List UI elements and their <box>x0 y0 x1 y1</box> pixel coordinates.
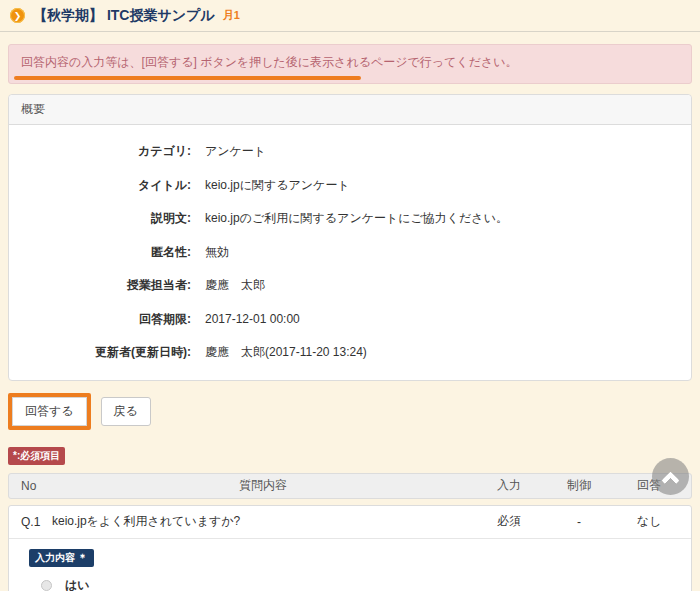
question-row: Q.1 keio.jpをよく利用されていますか? 必須 - なし <box>9 506 691 539</box>
field-label: 回答期限: <box>21 311 191 328</box>
column-header-no: No <box>9 479 52 493</box>
field-anonymity: 匿名性: 無効 <box>21 236 679 270</box>
field-value: keio.jpのご利用に関するアンケートにご協力ください。 <box>205 210 508 227</box>
field-title: タイトル: keio.jpに関するアンケート <box>21 169 679 203</box>
column-header-content: 質問内容 <box>52 477 474 494</box>
chevron-right-icon: ❯ <box>10 8 25 23</box>
field-label: 匿名性: <box>21 244 191 261</box>
field-value: 2017-12-01 00:00 <box>205 312 300 326</box>
overview-panel: 概要 カテゴリ: アンケート タイトル: keio.jpに関するアンケート 説明… <box>8 94 692 381</box>
field-label: 更新者(更新日時): <box>21 344 191 361</box>
overview-panel-body: カテゴリ: アンケート タイトル: keio.jpに関するアンケート 説明文: … <box>9 125 691 380</box>
radio-option-yes[interactable]: はい <box>29 573 679 591</box>
required-note-badge: *:必須項目 <box>8 447 65 465</box>
question-panel: Q.1 keio.jpをよく利用されていますか? 必須 - なし 入力内容 ＊ … <box>8 505 692 591</box>
page-header: ❯ 【秋学期】 ITC授業サンプル 月1 <box>0 0 700 32</box>
field-value: 慶應 太郎(2017-11-20 13:24) <box>205 344 367 361</box>
overview-panel-title: 概要 <box>9 95 691 125</box>
field-updated-by: 更新者(更新日時): 慶應 太郎(2017-11-20 13:24) <box>21 336 679 370</box>
chevron-up-icon <box>661 471 679 489</box>
field-description: 説明文: keio.jpのご利用に関するアンケートにご協力ください。 <box>21 202 679 236</box>
field-value: 慶應 太郎 <box>205 277 265 294</box>
notice-banner: 回答内容の入力等は、[回答する] ボタンを押した後に表示されるページで行ってくだ… <box>8 44 692 84</box>
field-value: 無効 <box>205 244 229 261</box>
page-title: 【秋学期】 ITC授業サンプル <box>33 7 215 25</box>
notice-message: 回答内容の入力等は、[回答する] ボタンを押した後に表示されるページで行ってくだ… <box>21 55 517 69</box>
question-table-header: No 質問内容 入力 制御 回答 <box>8 473 692 499</box>
question-control-flag: - <box>544 515 614 529</box>
radio-button-icon[interactable] <box>41 580 52 591</box>
input-section: 入力内容 ＊ はい いいえ <box>9 539 691 591</box>
column-header-input: 入力 <box>474 477 544 494</box>
question-answer-status: なし <box>614 513 684 530</box>
annotation-underline <box>14 76 361 80</box>
field-label: 説明文: <box>21 210 191 227</box>
question-number: Q.1 <box>9 515 52 529</box>
field-deadline: 回答期限: 2017-12-01 00:00 <box>21 303 679 337</box>
field-category: カテゴリ: アンケート <box>21 135 679 169</box>
field-value: keio.jpに関するアンケート <box>205 177 350 194</box>
field-label: 授業担当者: <box>21 277 191 294</box>
column-header-control: 制御 <box>544 477 614 494</box>
field-instructor: 授業担当者: 慶應 太郎 <box>21 269 679 303</box>
action-bar: 回答する 戻る <box>8 395 692 429</box>
annotation-highlight-box: 回答する <box>8 393 91 429</box>
answer-button[interactable]: 回答する <box>12 397 87 425</box>
question-content: keio.jpをよく利用されていますか? <box>52 513 474 530</box>
radio-option-label: はい <box>65 577 90 591</box>
field-value: アンケート <box>205 143 266 160</box>
back-button[interactable]: 戻る <box>101 397 151 425</box>
field-label: カテゴリ: <box>21 143 191 160</box>
field-label: タイトル: <box>21 177 191 194</box>
question-input-flag: 必須 <box>474 513 544 530</box>
scroll-to-top-button[interactable] <box>652 458 689 495</box>
input-content-badge: 入力内容 ＊ <box>29 549 94 567</box>
period-badge: 月1 <box>223 8 240 23</box>
